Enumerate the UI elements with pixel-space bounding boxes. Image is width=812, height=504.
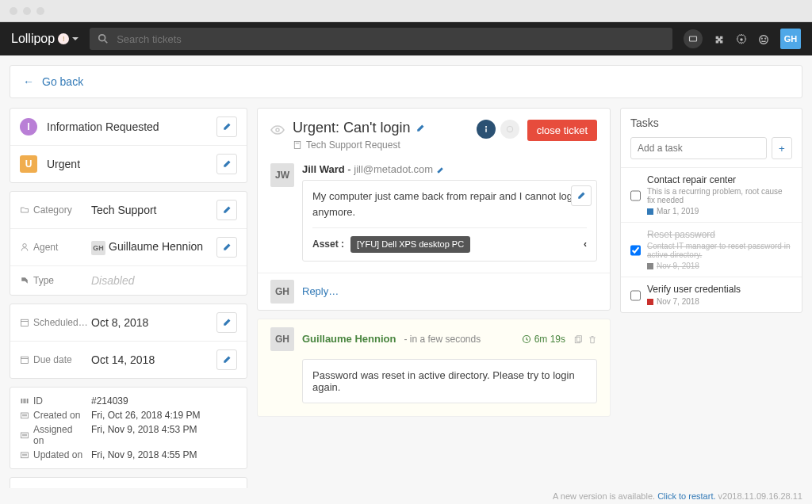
ticket-title: Urgent: Can't login	[293, 120, 469, 136]
brand-label: Lollipop	[11, 32, 55, 46]
puzzle-icon[interactable]	[714, 32, 725, 45]
svg-rect-14	[24, 399, 25, 403]
id-label: ID	[20, 395, 85, 407]
edit-category-button[interactable]	[216, 200, 237, 220]
tasks-panel: Tasks + Contact repair center This is a …	[620, 108, 802, 313]
dates-panel: Scheduled… Oct 8, 2018 Due date Oct 14, …	[10, 304, 247, 379]
copy-icon[interactable]	[573, 333, 583, 345]
goback-link[interactable]: ←Go back	[23, 75, 83, 88]
task-checkbox[interactable]	[630, 231, 641, 270]
svg-point-33	[485, 126, 487, 128]
info-circle-icon[interactable]	[477, 120, 496, 139]
brand-badge-icon: !	[58, 33, 69, 44]
svg-point-35	[507, 126, 513, 132]
response-author: Guillaume Hennion	[302, 333, 396, 345]
edit-title-icon[interactable]	[416, 124, 425, 133]
stage-badge: I	[20, 118, 37, 136]
reply-row: GH Reply…	[258, 273, 610, 310]
edit-agent-button[interactable]	[216, 237, 237, 258]
category-value: Tech Support	[91, 204, 210, 216]
close-ticket-button[interactable]: close ticket	[527, 120, 597, 141]
task-checkbox[interactable]	[630, 176, 641, 216]
svg-rect-15	[26, 399, 27, 403]
task-date: Nov 7, 2018	[647, 297, 792, 306]
add-task-input[interactable]	[630, 137, 767, 159]
response-meta: - in a few seconds	[404, 334, 481, 345]
traffic-dots	[10, 7, 44, 15]
add-task-button[interactable]: +	[772, 137, 792, 159]
response-panel: GH Guillaume Hennion - in a few seconds …	[257, 319, 611, 417]
task-list: Contact repair center This is a recurrin…	[621, 167, 802, 312]
edit-comment-button[interactable]	[571, 185, 592, 206]
asset-label: Asset :	[312, 237, 344, 251]
nav-icons: GH	[684, 29, 801, 49]
svg-point-30	[276, 128, 279, 132]
created-value: Fri, Oct 26, 2018 4:19 PM	[91, 410, 200, 421]
task-title: Reset password	[647, 229, 792, 240]
task-item[interactable]: Reset password Contact IT manager to res…	[621, 222, 802, 277]
task-checkbox[interactable]	[630, 285, 641, 306]
asset-row[interactable]: Asset : [YFU] Dell XPS desktop PC ‹	[312, 227, 587, 253]
face-icon[interactable]	[758, 32, 769, 45]
meta-panel: Category Tech Support Agent GHGuillaume …	[10, 191, 247, 296]
reply-avatar: GH	[270, 280, 294, 304]
priority-badge: U	[20, 155, 37, 173]
task-item[interactable]: Verify user credentials Nov 7, 2018	[621, 277, 802, 312]
id-value: #214039	[91, 395, 128, 407]
comment-text: My computer just came back from repair a…	[312, 190, 580, 218]
task-title: Contact repair center	[647, 174, 792, 185]
updated-label: Updated on	[20, 449, 85, 460]
edit-priority-button[interactable]	[216, 154, 237, 174]
goback-label: Go back	[42, 75, 83, 88]
arrow-left-icon: ←	[23, 75, 34, 88]
edit-stage-button[interactable]	[216, 116, 237, 137]
comment-avatar: JW	[270, 163, 294, 187]
footer-version: v2018.11.09.16.28.11	[718, 491, 802, 501]
assigned-value: Fri, Nov 9, 2018 4:53 PM	[91, 424, 197, 446]
response-text: Password was reset in active directory. …	[302, 359, 597, 403]
category-label: Category	[20, 204, 85, 216]
updated-value: Fri, Nov 9, 2018 4:55 PM	[91, 449, 197, 460]
svg-point-0	[99, 35, 105, 41]
task-item[interactable]: Contact repair center This is a recurrin…	[621, 167, 802, 222]
info-panel: ID#214039 Created onFri, Oct 26, 2018 4:…	[10, 387, 247, 469]
task-desc: This is a recurring problem, root cause …	[647, 187, 792, 204]
svg-rect-16	[27, 399, 29, 403]
svg-rect-8	[21, 319, 29, 326]
notifications-icon[interactable]	[684, 29, 703, 48]
type-value: Disabled	[91, 274, 237, 287]
comment-author: Jill Ward - jill@metadot.com	[302, 163, 597, 175]
reply-link[interactable]: Reply…	[302, 285, 339, 297]
edit-duedate-button[interactable]	[216, 349, 237, 370]
footer-restart-link[interactable]: Click to restart.	[657, 491, 715, 501]
response-time: 6m 19s	[522, 334, 565, 345]
agent-label: Agent	[20, 242, 85, 253]
task-date: Mar 1, 2019	[647, 207, 792, 216]
duedate-value: Oct 14, 2018	[91, 353, 210, 366]
stage-label: Information Requested	[47, 120, 207, 133]
svg-point-4	[760, 36, 768, 44]
svg-point-3	[740, 38, 743, 41]
svg-rect-31	[294, 142, 301, 149]
svg-rect-2	[690, 36, 697, 41]
goback-bar: ←Go back	[10, 65, 802, 98]
duedate-label: Due date	[20, 354, 85, 365]
edit-scheduled-button[interactable]	[216, 312, 237, 333]
merge-icon[interactable]	[500, 120, 519, 139]
brand[interactable]: Lollipop !	[11, 32, 79, 46]
status-panel: I Information Requested U Urgent	[10, 108, 247, 183]
comment: JW Jill Ward - jill@metadot.com My compu…	[258, 158, 610, 273]
asset-pill: [YFU] Dell XPS desktop PC	[350, 236, 470, 253]
current-user-avatar[interactable]: GH	[780, 29, 801, 49]
search-bar[interactable]	[90, 28, 672, 50]
search-icon	[98, 33, 109, 44]
svg-point-5	[761, 38, 762, 39]
tasks-title: Tasks	[621, 109, 802, 137]
delete-icon[interactable]	[588, 333, 597, 345]
gear-icon[interactable]	[736, 32, 747, 45]
caret-down-icon	[72, 37, 79, 40]
edit-author-icon[interactable]	[436, 166, 444, 174]
search-input[interactable]	[117, 33, 665, 45]
svg-rect-10	[21, 357, 29, 363]
top-nav: Lollipop ! GH	[0, 22, 812, 55]
